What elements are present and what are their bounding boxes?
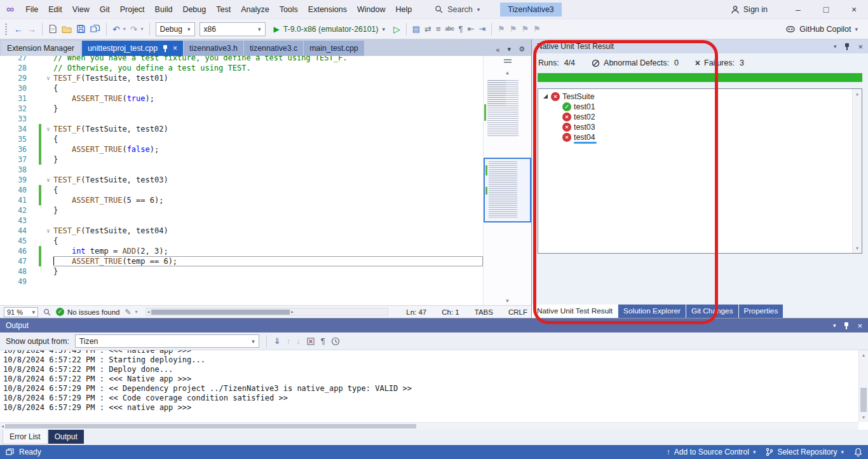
window-position-icon[interactable]: ▾ [833,322,836,329]
navigate-forward-icon[interactable]: → [27,25,36,34]
next-message-icon[interactable]: ↓ [296,337,301,345]
toolbar-grip[interactable] [5,24,7,35]
doc-tab[interactable]: main_test.cpp [304,41,364,56]
scroll-up-icon[interactable]: ▴ [862,352,865,358]
panel-header[interactable]: Native Unit Test Result ▾ × [532,39,868,53]
menu-item-edit[interactable]: Edit [43,3,67,17]
scroll-right-icon[interactable]: ▸ [291,310,294,315]
code-line[interactable]: 47 ASSERT_TRUE(temp == 6); [0,256,483,266]
code-line[interactable]: 39∨TEST_F(TestSuite, test03) [0,175,483,185]
word-wrap-icon[interactable]: ¶ [459,25,463,33]
code-line[interactable]: 45{ [0,236,483,246]
background-tasks-icon[interactable] [6,448,14,456]
panel-tab[interactable]: Native Unit Test Result [532,305,618,318]
close-icon[interactable]: × [857,321,862,331]
minimap-column[interactable]: ▴ ▾ [483,56,531,305]
code-line[interactable]: 37} [0,154,483,165]
scrollbar-thumb[interactable] [860,388,867,412]
copilot-button[interactable]: GitHub Copilot ▾ [785,24,858,34]
code-line[interactable]: 38 [0,165,483,175]
panel-tab[interactable]: Solution Explorer [618,305,686,318]
tool-window-tab[interactable]: Output [48,430,84,444]
add-to-source-control-button[interactable]: ↑ Add to Source Control ▾ [667,448,756,456]
output-horizontal-scrollbar[interactable]: ◂ [0,422,858,430]
maximize-button[interactable]: □ [812,0,840,19]
zoom-select[interactable]: 91 %▾ [4,307,38,317]
platform-select[interactable]: x86▾ [200,22,266,36]
test-tree-item[interactable]: ×test04 [538,132,862,142]
tree-expander-icon[interactable] [542,93,550,100]
close-icon[interactable]: × [173,44,177,53]
code-cleanup-icon[interactable]: ✎ [125,308,131,317]
test-tree-item[interactable]: ×test02 [538,112,862,122]
chevron-down-icon[interactable]: ▾ [123,26,126,32]
tool-window-tab[interactable]: Error List [3,430,48,444]
scroll-down-icon[interactable]: ▾ [862,414,865,420]
chevron-down-icon[interactable]: ▾ [135,309,138,315]
menu-item-project[interactable]: Project [115,3,150,17]
chevron-down-icon[interactable]: ▾ [140,26,143,32]
select-repository-button[interactable]: Select Repository ▾ [766,448,844,456]
pan-tool-icon[interactable] [43,308,51,316]
fold-icon[interactable]: ∨ [43,226,53,236]
menu-item-tools[interactable]: Tools [275,3,303,17]
test-tree-item[interactable]: ×TestSuite [538,92,862,102]
tab-options-gear-icon[interactable]: ⚙ [519,45,525,53]
code-line[interactable]: 36 ASSERT_TRUE(false); [0,144,483,154]
next-bookmark-icon[interactable]: ⚑ [522,25,529,33]
pin-icon[interactable] [162,45,168,53]
code-line[interactable]: 32} [0,104,483,114]
test-tree-item[interactable]: ×test03 [538,122,862,132]
outdent-icon[interactable]: ⇤ [468,25,475,33]
code-editor[interactable]: 27// When you have a test fixture, you d… [0,56,531,305]
scroll-left-icon[interactable]: ◂ [147,310,150,315]
menu-item-extensions[interactable]: Extensions [303,3,352,17]
code-line[interactable]: 28// Otherwise, you define a test using … [0,63,483,73]
output-panel-header[interactable]: Output ▾ × [0,319,868,332]
fold-icon[interactable]: ∨ [43,175,53,185]
code-line[interactable]: 35{ [0,134,483,144]
toggle-bookmark-icon[interactable]: ⚑ [498,25,505,33]
previous-message-icon[interactable]: ↑ [287,337,291,345]
doc-tab[interactable]: unittestproj_test.cpp× [82,41,183,56]
scroll-up-icon[interactable]: ▴ [506,70,509,76]
pin-icon[interactable] [844,43,850,51]
test-tree-item[interactable]: ✓test01 [538,102,862,112]
search-box[interactable]: Search ▾ [428,3,486,16]
panel-tab[interactable]: Git Changes [686,305,738,318]
menu-item-test[interactable]: Test [211,3,236,17]
code-line[interactable]: 42} [0,205,483,216]
close-button[interactable]: × [840,0,868,19]
solution-name-chip[interactable]: TizenNative3 [500,3,562,17]
undo-icon[interactable]: ↶ [112,25,120,34]
menu-item-help[interactable]: Help [390,3,417,17]
configuration-select[interactable]: Debug▾ [156,22,195,36]
fold-icon[interactable]: ∨ [43,124,53,134]
start-debugging-button[interactable]: ▶ T-9.0-x86 (emulator-26101) ▾ [270,22,389,37]
goto-message-icon[interactable]: ⇓ [274,337,281,345]
panel-tab[interactable]: Properties [739,305,783,318]
code-line[interactable]: 43 [0,216,483,226]
menu-item-debug[interactable]: Debug [177,3,211,17]
sign-in-button[interactable]: Sign in [731,5,768,14]
fold-icon[interactable]: ∨ [43,73,53,83]
doc-tab[interactable]: Extension Manager [1,41,80,56]
minimap[interactable] [484,79,531,295]
code-line[interactable]: 34∨TEST_F(TestSuite, test02) [0,124,483,134]
timestamp-icon[interactable] [331,337,340,346]
code-line[interactable]: 31 ASSERT_TRUE(true); [0,93,483,104]
code-line[interactable]: 27// When you have a test fixture, you d… [0,56,483,63]
active-files-icon[interactable]: ▾ [508,45,512,53]
minimize-button[interactable]: – [784,0,812,19]
window-position-icon[interactable]: ▾ [834,43,837,50]
menu-item-build[interactable]: Build [150,3,178,17]
redo-icon[interactable]: ↷ [130,25,138,34]
code-line[interactable]: 33 [0,114,483,124]
sync-files-icon[interactable]: ⇄ [424,25,431,33]
menu-item-git[interactable]: Git [95,3,115,17]
code-line[interactable]: 48} [0,266,483,277]
code-line[interactable]: 30{ [0,83,483,93]
code-line[interactable]: 40{ [0,185,483,195]
scrollbar-thumb[interactable] [151,310,290,315]
notifications-bell-icon[interactable] [854,448,862,456]
